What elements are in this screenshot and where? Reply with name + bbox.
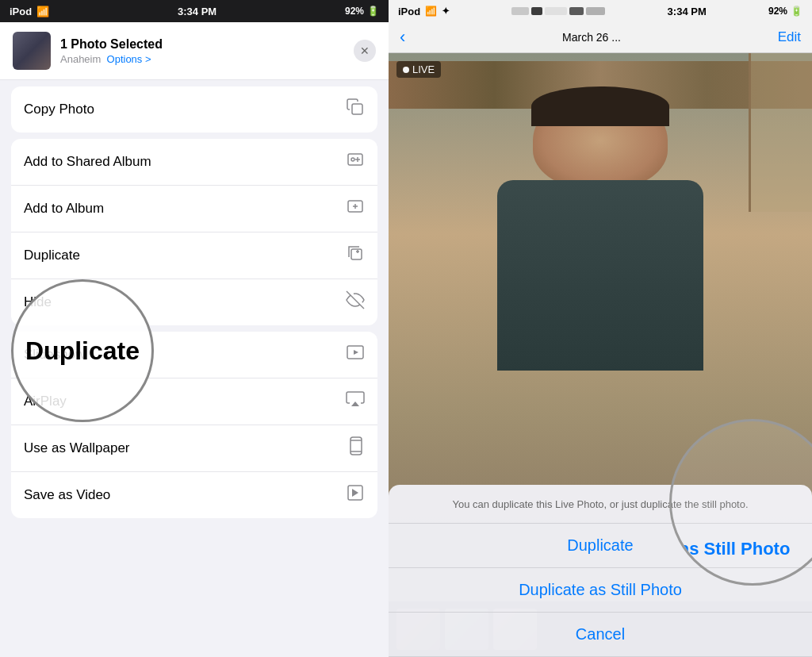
left-panel: iPod 📶 3:34 PM 92% 🔋 1 Photo Selected An… [0,0,389,657]
svg-rect-4 [351,249,362,259]
edit-button[interactable]: Edit [778,29,801,45]
menu-item-wallpaper[interactable]: Use as Wallpaper [11,425,377,472]
nav-date: March 26 ... [562,31,621,44]
color-block-2 [531,7,542,15]
photo-selected-title: 1 Photo Selected [60,37,344,52]
svg-rect-0 [352,104,362,114]
battery-icon-left: 🔋 [367,6,379,17]
menu-item-slideshow[interactable]: Slideshow [11,332,377,378]
copy-photo-label: Copy Photo [24,102,94,117]
add-album-icon [346,197,365,221]
action-sheet-cancel[interactable]: Cancel [389,613,812,657]
status-bar-left: iPod 📶 3:34 PM 92% 🔋 [0,0,389,22]
color-block-3 [545,7,567,15]
airplay-icon [346,390,365,413]
wallpaper-icon [347,436,365,460]
carrier-right: iPod [398,6,420,17]
share-info: 1 Photo Selected Anaheim Options > [60,37,344,65]
person-body [497,180,703,371]
menu-list: Copy Photo Add to Shared Album [0,86,389,657]
person-hair [531,86,669,126]
menu-item-add-album[interactable]: Add to Album [11,186,377,232]
hide-label: Hide [24,294,52,310]
menu-item-add-shared[interactable]: Add to Shared Album [11,139,377,186]
menu-item-save-video[interactable]: Save as Video [11,472,377,518]
battery-right: 92% [768,6,787,17]
add-shared-label: Add to Shared Album [24,154,151,170]
menu-item-copy-photo[interactable]: Copy Photo [11,86,377,133]
photo-thumbnail [13,32,51,70]
action-sheet-message: You can duplicate this Live Photo, or ju… [389,498,812,524]
photo-container: LIVE You can duplicate this Live Photo, … [389,53,812,657]
live-label: LIVE [412,63,435,75]
wifi-icon-left: 📶 [36,6,49,17]
color-block-4 [569,7,584,15]
svg-point-2 [351,158,354,161]
live-badge: LIVE [396,61,441,78]
wallpaper-label: Use as Wallpaper [24,440,130,456]
battery-left: 92% [345,6,364,17]
time-right: 3:34 PM [668,6,707,17]
duplicate-label: Duplicate [24,248,80,263]
photo-location: Anaheim Options > [60,53,344,65]
save-video-icon [346,483,365,507]
color-bar [511,7,605,15]
wifi-icon-right: 📶 [425,6,437,17]
color-block-5 [586,7,605,15]
action-sheet-duplicate[interactable]: Duplicate [389,524,812,568]
status-bar-right: iPod 📶 ✦ 3:34 PM 92% 🔋 [389,0,812,22]
slideshow-label: Slideshow [24,347,86,363]
battery-icon-right: 🔋 [791,6,802,17]
brightness-icon: ✦ [442,6,450,17]
action-sheet: You can duplicate this Live Photo, or ju… [389,485,812,657]
add-album-label: Add to Album [24,201,104,217]
svg-marker-8 [351,402,359,406]
menu-item-hide[interactable]: Hide [11,279,377,325]
svg-marker-7 [354,350,358,355]
slideshow-icon [346,343,365,367]
close-button[interactable]: ✕ [354,40,376,62]
window [749,53,812,212]
carrier-left: iPod [10,6,32,17]
menu-section-2: Add to Shared Album Add to Album [11,139,377,325]
menu-item-airplay[interactable]: AirPlay [11,378,377,425]
save-video-label: Save as Video [24,487,110,503]
time-left: 3:34 PM [178,6,216,17]
thumb-image [13,32,51,70]
airplay-label: AirPlay [24,394,67,409]
menu-item-duplicate[interactable]: Duplicate [11,232,377,279]
right-panel: iPod 📶 ✦ 3:34 PM 92% 🔋 ‹ March 26 ... Ed… [389,0,812,657]
hide-icon [346,290,365,314]
color-block-1 [511,7,529,15]
menu-section-1: Copy Photo [11,86,377,133]
back-button[interactable]: ‹ [400,27,405,48]
copy-photo-icon [346,98,365,121]
menu-section-3: Slideshow AirPlay Use as [11,332,377,518]
duplicate-icon [346,244,365,267]
add-shared-icon [346,150,365,174]
photo-nav: ‹ March 26 ... Edit [389,22,812,53]
share-header: 1 Photo Selected Anaheim Options > ✕ [0,22,389,80]
action-sheet-duplicate-still[interactable]: Duplicate as Still Photo [389,568,812,613]
live-dot [403,67,409,73]
options-link[interactable]: Options > [107,53,151,65]
